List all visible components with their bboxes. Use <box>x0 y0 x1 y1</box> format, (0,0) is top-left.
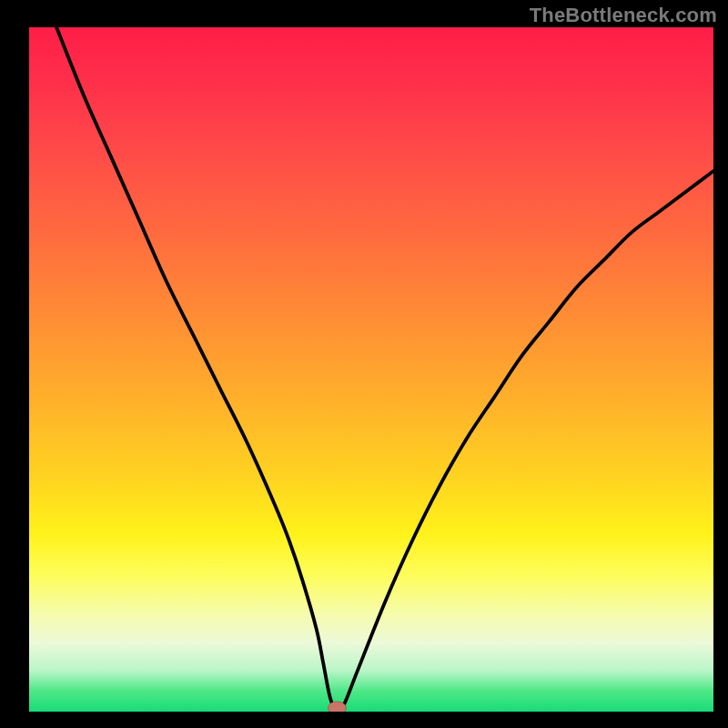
plot-area <box>29 27 713 712</box>
chart-frame: TheBottleneck.com <box>0 0 728 728</box>
bottleneck-curve <box>56 27 713 712</box>
minimum-marker <box>328 702 346 712</box>
curve-layer <box>29 27 713 712</box>
watermark-text: TheBottleneck.com <box>530 4 717 27</box>
